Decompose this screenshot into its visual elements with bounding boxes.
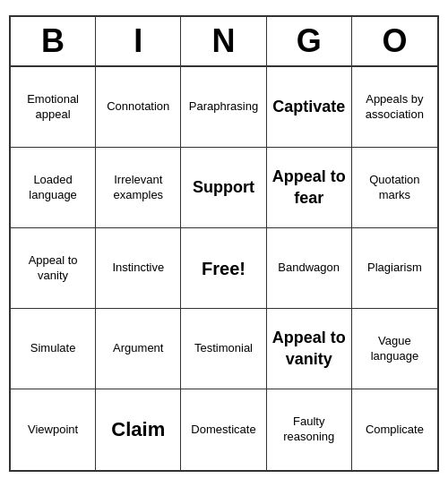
- bingo-cell-7: Support: [181, 148, 266, 228]
- bingo-cell-24: Complicate: [352, 389, 437, 470]
- bingo-cell-18: Appeal to vanity: [267, 309, 352, 389]
- bingo-cell-17: Testimonial: [181, 309, 266, 389]
- bingo-cell-13: Bandwagon: [267, 228, 352, 309]
- bingo-cell-1: Connotation: [96, 67, 181, 148]
- bingo-grid: Emotional appealConnotationParaphrasingC…: [11, 67, 437, 470]
- bingo-cell-21: Claim: [96, 389, 181, 470]
- bingo-cell-15: Simulate: [11, 309, 96, 389]
- bingo-cell-11: Instinctive: [96, 228, 181, 309]
- bingo-header: BINGO: [11, 17, 437, 67]
- bingo-cell-4: Appeals by association: [352, 67, 437, 148]
- bingo-cell-6: Irrelevant examples: [96, 148, 181, 228]
- header-letter-n: N: [181, 17, 266, 65]
- bingo-cell-12: Free!: [181, 228, 266, 309]
- bingo-cell-8: Appeal to fear: [267, 148, 352, 228]
- bingo-cell-20: Viewpoint: [11, 389, 96, 470]
- bingo-cell-16: Argument: [96, 309, 181, 389]
- bingo-cell-9: Quotation marks: [352, 148, 437, 228]
- bingo-cell-23: Faulty reasoning: [267, 389, 352, 470]
- bingo-cell-5: Loaded language: [11, 148, 96, 228]
- bingo-cell-19: Vague language: [352, 309, 437, 389]
- bingo-card: BINGO Emotional appealConnotationParaphr…: [9, 15, 439, 472]
- header-letter-g: G: [267, 17, 352, 65]
- bingo-cell-22: Domesticate: [181, 389, 266, 470]
- bingo-cell-2: Paraphrasing: [181, 67, 266, 148]
- header-letter-i: I: [96, 17, 181, 65]
- header-letter-o: O: [352, 17, 437, 65]
- bingo-cell-3: Captivate: [267, 67, 352, 148]
- header-letter-b: B: [11, 17, 96, 65]
- bingo-cell-10: Appeal to vanity: [11, 228, 96, 309]
- bingo-cell-0: Emotional appeal: [11, 67, 96, 148]
- bingo-cell-14: Plagiarism: [352, 228, 437, 309]
